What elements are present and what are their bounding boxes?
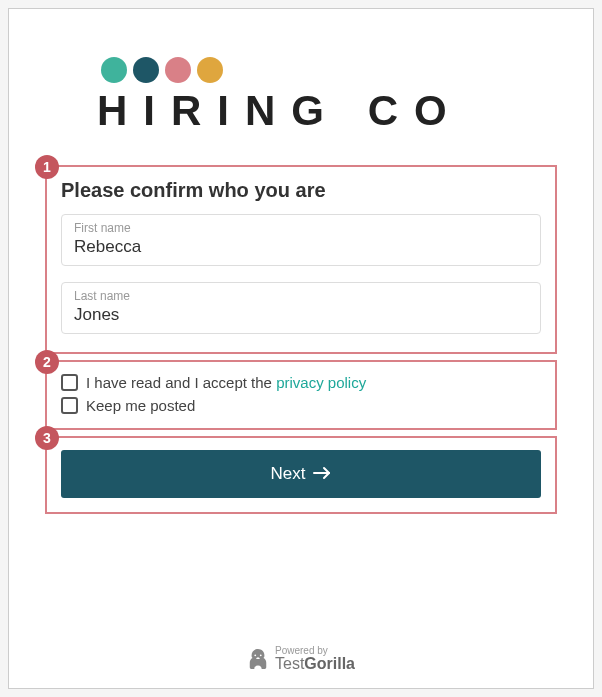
powered-by-footer: Powered by TestGorilla (9, 634, 593, 688)
privacy-checkbox-row: I have read and I accept the privacy pol… (61, 374, 541, 391)
annotation-number-2: 2 (35, 350, 59, 374)
keep-posted-checkbox[interactable] (61, 397, 78, 414)
logo-dot-amber (197, 57, 223, 83)
first-name-field-wrap[interactable]: First name (61, 214, 541, 266)
last-name-label: Last name (74, 289, 528, 303)
annotation-box-submit: 3 Next (45, 436, 557, 514)
last-name-field-wrap[interactable]: Last name (61, 282, 541, 334)
gorilla-icon (247, 647, 269, 671)
privacy-policy-link[interactable]: privacy policy (276, 374, 366, 391)
brand-part-1: Test (275, 655, 304, 672)
app-outer-frame: HIRING CO 1 Please confirm who you are F… (8, 8, 594, 689)
last-name-input[interactable] (74, 305, 528, 325)
logo-text: HIRING CO (97, 87, 557, 135)
powered-brand: TestGorilla (275, 656, 355, 672)
next-button-label: Next (271, 464, 306, 484)
form-heading: Please confirm who you are (61, 179, 541, 202)
powered-text-block: Powered by TestGorilla (275, 646, 355, 672)
annotation-box-identity: 1 Please confirm who you are First name … (45, 165, 557, 354)
annotation-number-1: 1 (35, 155, 59, 179)
logo-dots (97, 57, 557, 83)
logo-dot-teal (101, 57, 127, 83)
first-name-label: First name (74, 221, 528, 235)
annotation-box-consent: 2 I have read and I accept the privacy p… (45, 360, 557, 430)
first-name-input[interactable] (74, 237, 528, 257)
form-card: HIRING CO 1 Please confirm who you are F… (17, 17, 585, 626)
next-button[interactable]: Next (61, 450, 541, 498)
arrow-right-icon (313, 466, 331, 483)
company-logo: HIRING CO (45, 57, 557, 135)
keep-posted-text: Keep me posted (86, 397, 195, 414)
annotation-number-3: 3 (35, 426, 59, 450)
logo-dot-navy (133, 57, 159, 83)
privacy-checkbox[interactable] (61, 374, 78, 391)
brand-part-2: Gorilla (304, 655, 355, 672)
privacy-text: I have read and I accept the privacy pol… (86, 374, 366, 391)
keep-posted-checkbox-row: Keep me posted (61, 397, 541, 414)
logo-dot-rose (165, 57, 191, 83)
privacy-text-prefix: I have read and I accept the (86, 374, 276, 391)
